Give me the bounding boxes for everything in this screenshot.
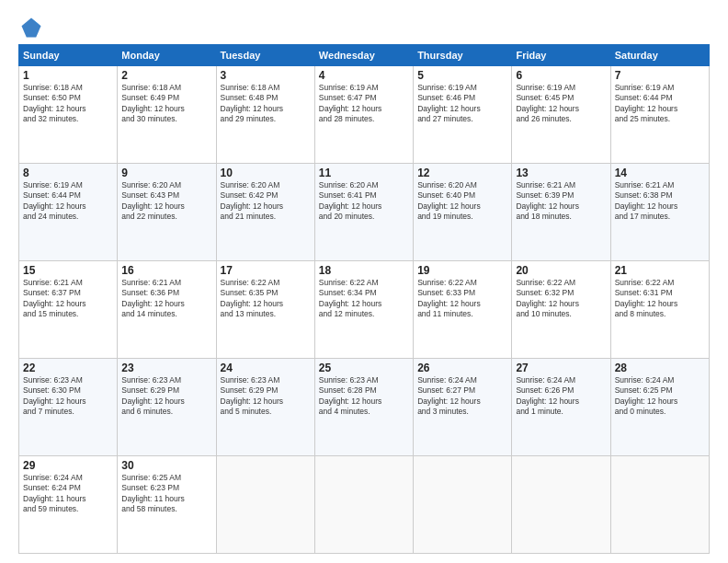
calendar-week-4: 22Sunrise: 6:23 AM Sunset: 6:30 PM Dayli…	[19, 359, 710, 456]
calendar: SundayMondayTuesdayWednesdayThursdayFrid…	[18, 44, 710, 554]
logo	[18, 15, 48, 40]
day-info: Sunrise: 6:24 AM Sunset: 6:26 PM Dayligh…	[516, 375, 606, 418]
day-info: Sunrise: 6:19 AM Sunset: 6:44 PM Dayligh…	[615, 83, 705, 125]
day-info: Sunrise: 6:20 AM Sunset: 6:41 PM Dayligh…	[319, 180, 409, 223]
calendar-header-row: SundayMondayTuesdayWednesdayThursdayFrid…	[19, 45, 710, 66]
day-number: 25	[319, 362, 409, 374]
header-tuesday: Tuesday	[216, 45, 314, 66]
header-monday: Monday	[118, 45, 216, 66]
header	[18, 15, 710, 40]
svg-marker-0	[22, 18, 41, 38]
day-info: Sunrise: 6:23 AM Sunset: 6:30 PM Dayligh…	[23, 375, 113, 418]
day-info: Sunrise: 6:21 AM Sunset: 6:37 PM Dayligh…	[23, 278, 113, 320]
day-info: Sunrise: 6:24 AM Sunset: 6:27 PM Dayligh…	[417, 375, 507, 418]
day-info: Sunrise: 6:19 AM Sunset: 6:47 PM Dayligh…	[319, 83, 409, 125]
day-info: Sunrise: 6:23 AM Sunset: 6:29 PM Dayligh…	[121, 375, 211, 418]
calendar-cell: 12Sunrise: 6:20 AM Sunset: 6:40 PM Dayli…	[414, 164, 512, 261]
calendar-cell: 14Sunrise: 6:21 AM Sunset: 6:38 PM Dayli…	[610, 164, 709, 261]
calendar-cell: 25Sunrise: 6:23 AM Sunset: 6:28 PM Dayli…	[314, 359, 413, 456]
day-info: Sunrise: 6:22 AM Sunset: 6:31 PM Dayligh…	[615, 278, 705, 320]
day-number: 22	[23, 362, 113, 374]
day-number: 7	[615, 69, 705, 82]
day-number: 3	[221, 69, 311, 82]
page: SundayMondayTuesdayWednesdayThursdayFrid…	[0, 0, 728, 563]
calendar-cell: 9Sunrise: 6:20 AM Sunset: 6:43 PM Daylig…	[118, 164, 216, 261]
calendar-week-1: 1Sunrise: 6:18 AM Sunset: 6:50 PM Daylig…	[19, 66, 710, 164]
calendar-cell: 19Sunrise: 6:22 AM Sunset: 6:33 PM Dayli…	[414, 261, 512, 359]
day-number: 20	[516, 264, 606, 277]
day-number: 5	[417, 69, 507, 82]
calendar-cell: 16Sunrise: 6:21 AM Sunset: 6:36 PM Dayli…	[118, 261, 216, 359]
day-number: 12	[417, 167, 507, 179]
calendar-cell	[610, 456, 709, 554]
calendar-cell: 6Sunrise: 6:19 AM Sunset: 6:45 PM Daylig…	[512, 66, 610, 164]
calendar-cell: 4Sunrise: 6:19 AM Sunset: 6:47 PM Daylig…	[314, 66, 413, 164]
day-number: 17	[221, 264, 311, 277]
day-info: Sunrise: 6:20 AM Sunset: 6:43 PM Dayligh…	[121, 180, 211, 223]
day-number: 10	[221, 167, 311, 179]
day-info: Sunrise: 6:19 AM Sunset: 6:44 PM Dayligh…	[23, 180, 113, 223]
calendar-cell: 18Sunrise: 6:22 AM Sunset: 6:34 PM Dayli…	[314, 261, 413, 359]
calendar-week-5: 29Sunrise: 6:24 AM Sunset: 6:24 PM Dayli…	[19, 456, 710, 554]
calendar-cell: 22Sunrise: 6:23 AM Sunset: 6:30 PM Dayli…	[19, 359, 118, 456]
day-number: 19	[417, 264, 507, 277]
day-info: Sunrise: 6:23 AM Sunset: 6:29 PM Dayligh…	[221, 375, 311, 418]
day-number: 18	[319, 264, 409, 277]
calendar-cell	[314, 456, 413, 554]
day-number: 29	[23, 459, 113, 472]
day-info: Sunrise: 6:20 AM Sunset: 6:40 PM Dayligh…	[417, 180, 507, 223]
header-friday: Friday	[512, 45, 610, 66]
calendar-cell: 21Sunrise: 6:22 AM Sunset: 6:31 PM Dayli…	[610, 261, 709, 359]
calendar-cell: 17Sunrise: 6:22 AM Sunset: 6:35 PM Dayli…	[216, 261, 314, 359]
header-saturday: Saturday	[610, 45, 709, 66]
day-number: 15	[23, 264, 113, 277]
header-wednesday: Wednesday	[314, 45, 413, 66]
header-thursday: Thursday	[414, 45, 512, 66]
calendar-cell: 29Sunrise: 6:24 AM Sunset: 6:24 PM Dayli…	[19, 456, 118, 554]
calendar-cell: 28Sunrise: 6:24 AM Sunset: 6:25 PM Dayli…	[610, 359, 709, 456]
calendar-cell	[414, 456, 512, 554]
day-info: Sunrise: 6:24 AM Sunset: 6:24 PM Dayligh…	[23, 473, 113, 515]
calendar-week-3: 15Sunrise: 6:21 AM Sunset: 6:37 PM Dayli…	[19, 261, 710, 359]
day-info: Sunrise: 6:19 AM Sunset: 6:46 PM Dayligh…	[417, 83, 507, 125]
day-number: 26	[417, 362, 507, 374]
day-info: Sunrise: 6:20 AM Sunset: 6:42 PM Dayligh…	[221, 180, 311, 223]
calendar-cell: 23Sunrise: 6:23 AM Sunset: 6:29 PM Dayli…	[118, 359, 216, 456]
calendar-cell: 26Sunrise: 6:24 AM Sunset: 6:27 PM Dayli…	[414, 359, 512, 456]
calendar-cell: 27Sunrise: 6:24 AM Sunset: 6:26 PM Dayli…	[512, 359, 610, 456]
calendar-cell	[512, 456, 610, 554]
calendar-cell: 5Sunrise: 6:19 AM Sunset: 6:46 PM Daylig…	[414, 66, 512, 164]
calendar-cell: 30Sunrise: 6:25 AM Sunset: 6:23 PM Dayli…	[118, 456, 216, 554]
calendar-cell: 24Sunrise: 6:23 AM Sunset: 6:29 PM Dayli…	[216, 359, 314, 456]
day-number: 9	[121, 167, 211, 179]
day-info: Sunrise: 6:22 AM Sunset: 6:33 PM Dayligh…	[417, 278, 507, 320]
day-info: Sunrise: 6:18 AM Sunset: 6:49 PM Dayligh…	[121, 83, 211, 125]
calendar-cell: 8Sunrise: 6:19 AM Sunset: 6:44 PM Daylig…	[19, 164, 118, 261]
day-info: Sunrise: 6:18 AM Sunset: 6:48 PM Dayligh…	[221, 83, 311, 125]
calendar-cell: 10Sunrise: 6:20 AM Sunset: 6:42 PM Dayli…	[216, 164, 314, 261]
day-info: Sunrise: 6:22 AM Sunset: 6:34 PM Dayligh…	[319, 278, 409, 320]
calendar-week-2: 8Sunrise: 6:19 AM Sunset: 6:44 PM Daylig…	[19, 164, 710, 261]
day-info: Sunrise: 6:22 AM Sunset: 6:32 PM Dayligh…	[516, 278, 606, 320]
day-info: Sunrise: 6:21 AM Sunset: 6:39 PM Dayligh…	[516, 180, 606, 223]
day-number: 4	[319, 69, 409, 82]
calendar-cell: 13Sunrise: 6:21 AM Sunset: 6:39 PM Dayli…	[512, 164, 610, 261]
day-info: Sunrise: 6:21 AM Sunset: 6:36 PM Dayligh…	[121, 278, 211, 320]
calendar-cell: 7Sunrise: 6:19 AM Sunset: 6:44 PM Daylig…	[610, 66, 709, 164]
day-number: 8	[23, 167, 113, 179]
calendar-cell: 15Sunrise: 6:21 AM Sunset: 6:37 PM Dayli…	[19, 261, 118, 359]
day-number: 23	[121, 362, 211, 374]
day-number: 13	[516, 167, 606, 179]
day-number: 16	[121, 264, 211, 277]
day-number: 14	[615, 167, 705, 179]
day-number: 6	[516, 69, 606, 82]
day-number: 21	[615, 264, 705, 277]
day-info: Sunrise: 6:22 AM Sunset: 6:35 PM Dayligh…	[221, 278, 311, 320]
day-info: Sunrise: 6:19 AM Sunset: 6:45 PM Dayligh…	[516, 83, 606, 125]
day-info: Sunrise: 6:25 AM Sunset: 6:23 PM Dayligh…	[121, 473, 211, 515]
calendar-cell: 2Sunrise: 6:18 AM Sunset: 6:49 PM Daylig…	[118, 66, 216, 164]
logo-icon	[18, 15, 44, 40]
day-number: 27	[516, 362, 606, 374]
day-number: 28	[615, 362, 705, 374]
calendar-cell: 3Sunrise: 6:18 AM Sunset: 6:48 PM Daylig…	[216, 66, 314, 164]
